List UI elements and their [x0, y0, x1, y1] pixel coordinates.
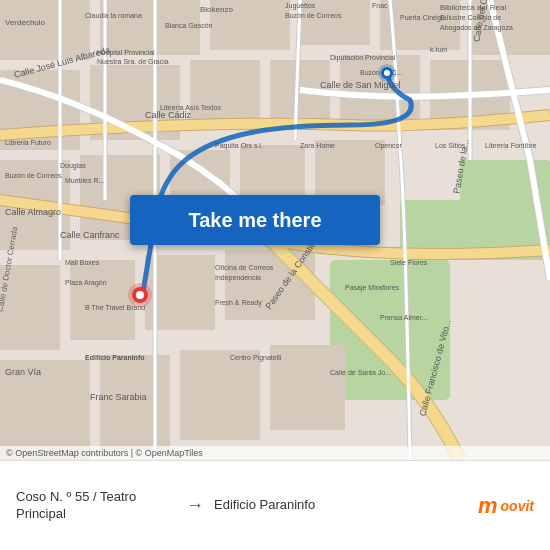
svg-text:Librería Asís Textos: Librería Asís Textos [160, 104, 221, 111]
copyright-text: © OpenStreetMap contributors | © OpenMap… [6, 448, 203, 458]
arrow-icon: → [186, 495, 204, 516]
svg-text:Fnac: Fnac [372, 2, 388, 9]
svg-text:Verdechulo: Verdechulo [5, 18, 46, 27]
svg-text:Buzón de Correos: Buzón de Correos [285, 12, 342, 19]
svg-text:Gran Vía: Gran Vía [5, 367, 41, 377]
route-info: Coso N. º 55 / Teatro Principal → Edific… [16, 489, 478, 523]
svg-text:Calle Almagro: Calle Almagro [5, 207, 61, 217]
svg-text:Douglas: Douglas [60, 162, 86, 170]
svg-text:Paquita Ors s.l.: Paquita Ors s.l. [215, 142, 263, 150]
svg-text:Mall Boxes: Mall Boxes [65, 259, 100, 266]
svg-text:k-tuin: k-tuin [430, 46, 447, 53]
svg-text:Hospital Provincial: Hospital Provincial [97, 49, 155, 57]
svg-text:Abogados de Zaragoza: Abogados de Zaragoza [440, 24, 513, 32]
svg-text:Franc Sarabia: Franc Sarabia [90, 392, 147, 402]
bottom-bar: Coso N. º 55 / Teatro Principal → Edific… [0, 460, 550, 550]
svg-text:Pasaje Miraflores: Pasaje Miraflores [345, 284, 400, 292]
svg-text:Librería Futuro: Librería Futuro [5, 139, 51, 146]
moovit-logo: m oovit [478, 493, 534, 519]
svg-rect-26 [100, 355, 170, 450]
svg-text:Nuestra Sra. de Gracia: Nuestra Sra. de Gracia [97, 58, 169, 65]
svg-text:Oficina de Correos: Oficina de Correos [215, 264, 274, 271]
map-container: Calle José Luis Albareda Calle Cádiz Cal… [0, 0, 550, 460]
svg-text:Centro Pignatelli: Centro Pignatelli [230, 354, 282, 362]
svg-text:Siete Flores: Siete Flores [390, 259, 428, 266]
svg-text:Plaza Aragón: Plaza Aragón [65, 279, 107, 287]
svg-rect-22 [70, 260, 135, 340]
copyright-bar: © OpenStreetMap contributors | © OpenMap… [0, 446, 550, 460]
svg-text:Calle de Santa Jo...: Calle de Santa Jo... [330, 369, 391, 376]
svg-text:Blokenzo: Blokenzo [200, 5, 233, 14]
svg-point-85 [384, 70, 390, 76]
moovit-logo-m: m [478, 493, 497, 519]
svg-text:Independencia: Independencia [215, 274, 261, 282]
svg-text:Blanca Gascón: Blanca Gascón [165, 22, 213, 29]
svg-point-82 [136, 291, 144, 299]
svg-text:Buzón de Correos: Buzón de Correos [5, 172, 62, 179]
svg-text:Los Sitios: Los Sitios [435, 142, 466, 149]
svg-rect-1 [0, 0, 90, 60]
svg-text:Edificio Paraninfo: Edificio Paraninfo [85, 354, 145, 361]
svg-text:Juguettos: Juguettos [285, 2, 316, 10]
svg-text:Prensa Almer...: Prensa Almer... [380, 314, 428, 321]
svg-text:Diputación Provincial: Diputación Provincial [330, 54, 396, 62]
svg-text:Opencor: Opencor [375, 142, 403, 150]
svg-rect-27 [180, 350, 260, 440]
from-label: Coso N. º 55 / Teatro Principal [16, 489, 176, 523]
svg-text:Calle Canfranc: Calle Canfranc [60, 230, 120, 240]
svg-text:Zara Home: Zara Home [300, 142, 335, 149]
svg-text:Librería Fontibre: Librería Fontibre [485, 142, 536, 149]
svg-text:E Ilustre Colegio de: E Ilustre Colegio de [440, 14, 501, 22]
svg-text:Muebles R...: Muebles R... [65, 177, 104, 184]
to-label: Edificio Paraninfo [214, 497, 315, 514]
take-me-there-button[interactable]: Take me there [130, 195, 380, 245]
svg-text:Calle Cádiz: Calle Cádiz [145, 110, 192, 120]
moovit-logo-text: oovit [501, 498, 534, 514]
svg-text:Claudia la romana: Claudia la romana [85, 12, 142, 19]
svg-text:Fresh & Ready: Fresh & Ready [215, 299, 262, 307]
svg-text:Biblioteca del Real: Biblioteca del Real [440, 3, 506, 12]
